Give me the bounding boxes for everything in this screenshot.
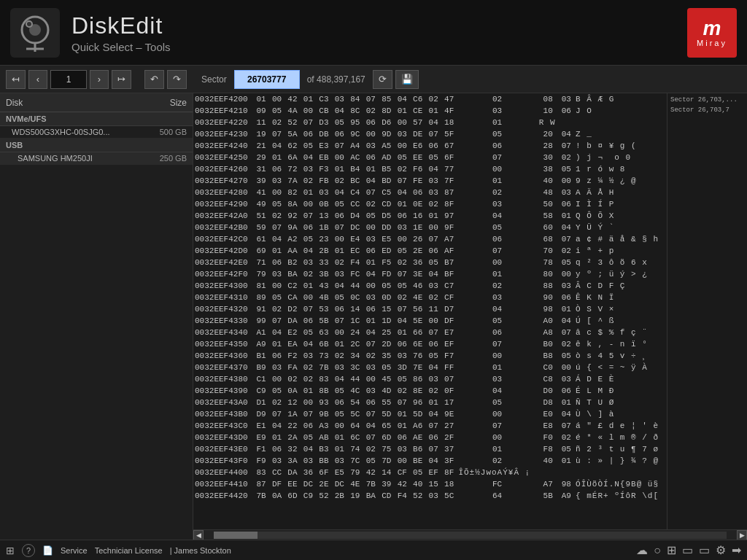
hex-byte[interactable]: 91: [253, 303, 268, 315]
hex-byte[interactable]: 66: [410, 327, 425, 338]
hex-byte[interactable]: EE: [285, 478, 300, 490]
hex-byte[interactable]: 05: [457, 128, 537, 140]
hex-byte[interactable]: 20: [538, 128, 559, 140]
hex-byte[interactable]: 0A: [269, 490, 285, 502]
hex-byte[interactable]: 22: [285, 420, 300, 432]
hex-byte[interactable]: 57: [410, 117, 425, 128]
hex-byte[interactable]: 05: [301, 140, 316, 152]
hex-byte[interactable]: EB: [316, 152, 331, 163]
hex-byte[interactable]: 4B: [316, 292, 331, 303]
hex-byte[interactable]: 03: [363, 362, 379, 373]
hex-byte[interactable]: 04: [425, 117, 441, 128]
hex-byte[interactable]: A0: [538, 315, 559, 327]
hex-byte[interactable]: 04: [559, 408, 574, 420]
hex-byte[interactable]: 05: [457, 222, 537, 233]
hex-byte[interactable]: 07: [301, 117, 316, 128]
hex-byte[interactable]: 00: [457, 163, 537, 175]
hex-byte[interactable]: 04: [269, 420, 285, 432]
hex-byte[interactable]: 06: [332, 128, 347, 140]
hex-byte[interactable]: 07: [332, 140, 347, 152]
hex-byte[interactable]: 02: [395, 163, 410, 175]
hex-byte[interactable]: 03: [332, 268, 347, 280]
hex-byte[interactable]: 02: [301, 362, 316, 373]
hex-byte[interactable]: 03: [332, 455, 347, 467]
hex-byte[interactable]: 0B: [316, 198, 331, 210]
circle-icon[interactable]: ○: [654, 544, 661, 557]
hex-byte[interactable]: 55: [379, 397, 394, 408]
hex-byte[interactable]: ED: [379, 245, 394, 257]
hex-byte[interactable]: DB: [316, 128, 331, 140]
hex-byte[interactable]: 23: [316, 233, 331, 245]
hex-byte[interactable]: 46: [410, 280, 425, 292]
hex-byte[interactable]: E6: [410, 140, 425, 152]
hex-byte[interactable]: 05: [332, 408, 347, 420]
hex-byte[interactable]: 01: [395, 408, 410, 420]
hex-byte[interactable]: DE: [410, 128, 425, 140]
hex-byte[interactable]: 03: [363, 140, 379, 152]
hex-byte[interactable]: 06: [363, 303, 379, 315]
hex-byte[interactable]: D8: [538, 397, 559, 408]
hex-byte[interactable]: 98: [559, 478, 574, 490]
hex-byte[interactable]: 02: [559, 338, 574, 350]
hex-byte[interactable]: CD: [379, 198, 394, 210]
hex-byte[interactable]: 1E: [410, 222, 425, 233]
hex-byte[interactable]: 04: [332, 373, 347, 385]
hex-byte[interactable]: A4: [347, 140, 363, 152]
hex-byte[interactable]: 04: [559, 128, 574, 140]
nav-next-button[interactable]: ›: [90, 70, 109, 89]
hex-byte[interactable]: B8: [538, 350, 559, 362]
hex-byte[interactable]: 9A: [285, 222, 300, 233]
hex-byte[interactable]: 4E: [410, 292, 425, 303]
hex-byte[interactable]: 04: [395, 315, 410, 327]
hex-byte[interactable]: 04: [457, 385, 537, 397]
hex-byte[interactable]: A1: [253, 327, 268, 338]
hex-byte[interactable]: A7: [538, 478, 559, 490]
hex-byte[interactable]: 00: [363, 373, 379, 385]
hex-byte[interactable]: 05: [332, 117, 347, 128]
hex-byte[interactable]: 40: [538, 175, 559, 187]
hex-byte[interactable]: 02: [395, 292, 410, 303]
help-icon[interactable]: ?: [22, 544, 35, 557]
forward-icon[interactable]: ➡: [732, 543, 741, 557]
hex-byte[interactable]: CA: [285, 292, 300, 303]
hex-byte[interactable]: 07: [301, 210, 316, 222]
hex-byte[interactable]: 07: [395, 175, 410, 187]
hex-byte[interactable]: 17: [441, 397, 457, 408]
hex-byte[interactable]: F3: [316, 163, 331, 175]
hex-byte[interactable]: 39: [253, 175, 268, 187]
hex-byte[interactable]: 11: [425, 303, 441, 315]
hex-byte[interactable]: F8: [538, 443, 559, 455]
hex-byte[interactable]: 01: [332, 163, 347, 175]
hex-byte[interactable]: 96: [410, 397, 425, 408]
hex-byte[interactable]: 07: [363, 93, 379, 105]
hex-byte[interactable]: B3: [316, 443, 331, 455]
hex-byte[interactable]: CC: [347, 198, 363, 210]
hex-byte[interactable]: 79: [253, 268, 268, 280]
hex-byte[interactable]: 07: [425, 233, 441, 245]
hex-byte[interactable]: 64: [347, 420, 363, 432]
hex-byte[interactable]: BA: [285, 268, 300, 280]
hex-byte[interactable]: 98: [538, 303, 559, 315]
hex-byte[interactable]: C9: [253, 385, 268, 397]
hex-byte[interactable]: 2E: [410, 245, 425, 257]
hex-byte[interactable]: C2: [285, 280, 300, 292]
hex-byte[interactable]: 05: [332, 198, 347, 210]
hex-byte[interactable]: 7B: [316, 362, 331, 373]
hex-byte[interactable]: 07: [425, 327, 441, 338]
hex-byte[interactable]: B2: [285, 257, 300, 268]
hex-byte[interactable]: 03: [425, 175, 441, 187]
hex-byte[interactable]: 01: [457, 268, 537, 280]
hex-byte[interactable]: 41: [253, 187, 268, 198]
hex-byte[interactable]: AB: [316, 432, 331, 443]
hex-byte[interactable]: 06: [332, 397, 347, 408]
hex-byte[interactable]: 12: [285, 397, 300, 408]
hex-byte[interactable]: F4: [395, 490, 410, 502]
hex-byte[interactable]: 1D: [379, 315, 394, 327]
hex-byte[interactable]: 49: [253, 198, 268, 210]
hex-byte[interactable]: 03: [559, 93, 574, 105]
hex-byte[interactable]: 52: [285, 117, 300, 128]
hex-byte[interactable]: 03: [269, 362, 285, 373]
hex-byte[interactable]: BD: [379, 175, 394, 187]
hex-byte[interactable]: 05: [301, 327, 316, 338]
hex-byte[interactable]: 48: [538, 187, 559, 198]
